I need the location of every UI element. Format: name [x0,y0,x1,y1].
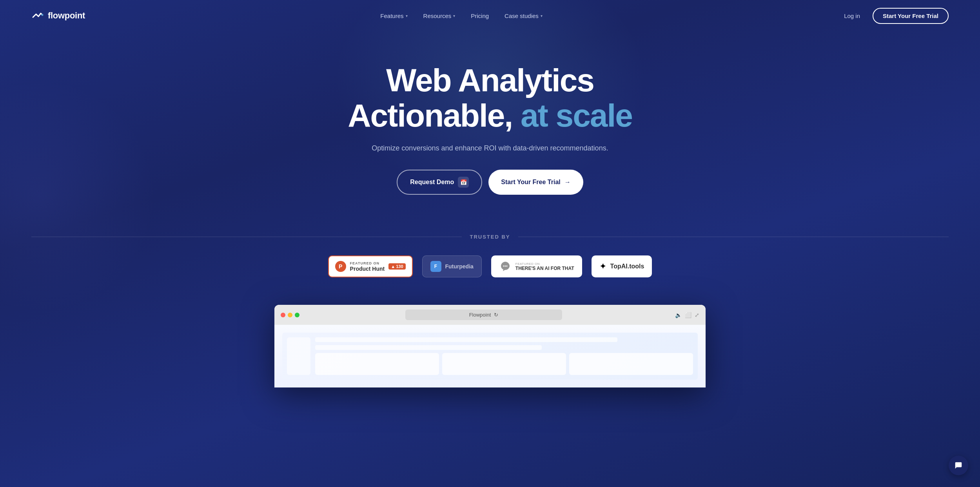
calendar-icon: 📅 [458,177,469,188]
browser-url-text: Flowpoint [469,312,491,318]
nav-links: Features ▾ Resources ▾ Pricing Case stud… [374,9,548,22]
expand-icon: ⤢ [695,312,699,318]
topai-badge[interactable]: ✦ TopAI.tools [592,255,652,277]
logo[interactable]: flowpoint [31,9,85,22]
dot-close[interactable] [281,313,285,317]
hero-title-line2: Actionable, at scale [16,98,964,133]
screen-share-icon: ⬜ [685,312,691,318]
mock-cards [315,353,693,375]
hero-title-accent: at scale [521,98,632,133]
ai-featured-label: FEATURED ON [515,262,574,266]
divider-line-left [31,237,462,237]
producthunt-badge[interactable]: P FEATURED ON Product Hunt ▲ 130 [328,255,413,277]
divider-line-right [518,237,949,237]
trial-button-label: Start Your Free Trial [501,179,560,186]
producthunt-text: FEATURED ON Product Hunt [350,261,385,272]
volume-icon: 🔈 [675,312,682,318]
nav-item-pricing[interactable]: Pricing [465,9,495,22]
hero-buttons: Request Demo 📅 Start Your Free Trial → [16,170,964,195]
request-demo-button[interactable]: Request Demo 📅 [397,170,482,195]
mock-card-2 [442,353,566,375]
refresh-icon: ↻ [494,312,498,318]
nav-label-features: Features [380,13,403,19]
nav-trial-button[interactable]: Start Your Free Trial [873,8,949,24]
chevron-down-icon: ▾ [541,14,543,18]
browser-window: Flowpoint ↻ 🔈 ⬜ ⤢ [274,305,706,387]
dot-maximize[interactable] [295,313,299,317]
dot-minimize[interactable] [288,313,292,317]
chevron-down-icon: ▾ [406,14,408,18]
logo-text: flowpoint [48,11,85,21]
theresanai-badge[interactable]: FEATURED ON THERE'S AN AI FOR THAT [491,255,582,277]
nav-item-resources[interactable]: Resources ▾ [417,9,462,22]
nav-actions: Log in Start Your Free Trial [838,8,949,24]
hero-title-line1: Web Analytics [16,63,964,98]
producthunt-logo-icon: P [335,261,346,272]
ai-name: THERE'S AN AI FOR THAT [515,266,574,271]
browser-dots [281,313,299,317]
nav-label-pricing: Pricing [471,13,489,19]
hero-subtitle: Optimize conversions and enhance ROI wit… [16,143,964,154]
ph-name: Product Hunt [350,266,385,272]
svg-point-0 [42,14,44,16]
hero-trial-button[interactable]: Start Your Free Trial → [488,170,583,195]
ph-featured-label: FEATURED ON [350,261,385,265]
browser-section: Flowpoint ↻ 🔈 ⬜ ⤢ [0,297,980,387]
nav-label-case-studies: Case studies [505,13,539,19]
login-button[interactable]: Log in [838,9,866,22]
nav-item-features[interactable]: Features ▾ [374,9,414,22]
browser-main-mock [315,337,693,375]
topai-icon: ✦ [599,261,606,272]
chat-bubble-button[interactable] [949,456,968,475]
svg-point-1 [503,266,504,267]
nav-item-case-studies[interactable]: Case studies ▾ [498,9,549,22]
mock-card-3 [569,353,693,375]
topai-label: TopAI.tools [610,263,644,270]
svg-point-3 [506,266,507,267]
trusted-section: TRUSTED BY P FEATURED ON Product Hunt ▲ … [0,218,980,297]
browser-toolbar: Flowpoint ↻ 🔈 ⬜ ⤢ [274,305,706,325]
trusted-label: TRUSTED BY [470,234,510,240]
futurpedia-icon: F [430,261,441,272]
futurpedia-badge[interactable]: F Futurpedia [422,255,482,277]
trusted-logos: P FEATURED ON Product Hunt ▲ 130 F Futur… [31,255,949,277]
chevron-down-icon: ▾ [453,14,455,18]
hero-title: Web Analytics Actionable, at scale [16,63,964,133]
theresanai-icon [499,260,512,273]
svg-point-2 [505,266,506,267]
mock-bar-1 [315,337,617,342]
navbar: flowpoint Features ▾ Resources ▾ Pricing [0,0,980,31]
producthunt-count: ▲ 130 [388,263,405,270]
browser-sidebar-mock [287,337,310,375]
logo-icon [31,9,44,22]
hero-section: Web Analytics Actionable, at scale Optim… [0,31,980,218]
browser-url-bar[interactable]: Flowpoint ↻ [405,310,562,320]
trusted-divider: TRUSTED BY [31,234,949,240]
nav-label-resources: Resources [423,13,452,19]
mock-card-1 [315,353,439,375]
upvote-arrow-icon: ▲ [391,264,395,269]
browser-inner [282,333,698,380]
mock-bar-2 [315,345,542,350]
arrow-right-icon: → [564,179,571,186]
futurpedia-label: Futurpedia [445,263,474,270]
browser-content [274,325,706,387]
ph-count-value: 130 [396,264,403,269]
theresanai-text: FEATURED ON THERE'S AN AI FOR THAT [515,262,574,271]
demo-button-label: Request Demo [410,179,454,186]
hero-title-plain: Actionable, [348,98,512,133]
